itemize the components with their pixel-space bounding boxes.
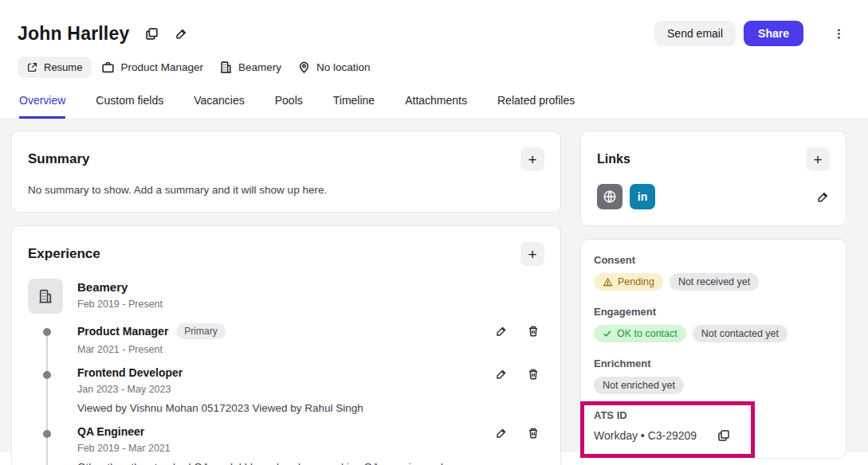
- add-link-button[interactable]: +: [806, 147, 830, 171]
- copy-ats-id-button[interactable]: [717, 429, 730, 442]
- timeline-dot: [43, 430, 51, 438]
- tab-attachments[interactable]: Attachments: [405, 94, 467, 119]
- check-icon: [603, 329, 612, 338]
- timeline-dot: [43, 371, 51, 379]
- tab-pools[interactable]: Pools: [275, 94, 303, 119]
- linkedin-icon: in: [638, 190, 647, 203]
- website-link-button[interactable]: [597, 184, 623, 209]
- warning-icon: [603, 277, 613, 287]
- summary-empty-text: No summary to show. Add a summary and it…: [28, 184, 544, 196]
- trash-icon: [527, 368, 540, 381]
- company-avatar: [28, 279, 63, 314]
- location-pin-icon: [297, 61, 311, 74]
- engagement-ok-label: OK to contact: [617, 328, 678, 339]
- consent-pending-badge: Pending: [594, 273, 663, 291]
- role-title: QA Engineer: [77, 425, 144, 438]
- consent-section: Consent Pending Not received yet: [594, 254, 833, 291]
- experience-title: Experience: [28, 246, 100, 262]
- delete-role-button[interactable]: [527, 325, 540, 338]
- tab-overview[interactable]: Overview: [19, 94, 65, 119]
- experience-roles: Product Manager Primary Mar 2021 - Prese…: [28, 323, 544, 465]
- pencil-icon: [495, 325, 508, 338]
- enrichment-label: Enrichment: [594, 358, 833, 369]
- trash-icon: [527, 427, 540, 440]
- edit-role-button[interactable]: [495, 427, 508, 440]
- experience-role: Frontend Developer Jan 2023 - May 2023 V…: [28, 366, 544, 414]
- status-card: Consent Pending Not received yet Engagem…: [580, 239, 846, 459]
- building-icon: [37, 288, 53, 304]
- role-dates: Jan 2023 - May 2023: [77, 384, 363, 395]
- ats-id-section: ATS ID Workday • C3-29209: [594, 409, 833, 442]
- location: No location: [297, 61, 371, 74]
- external-link-icon: [27, 62, 37, 72]
- pencil-icon: [495, 368, 508, 381]
- kebab-icon: [833, 28, 845, 40]
- resume-button[interactable]: Resume: [18, 57, 92, 78]
- role-title: Frontend Developer: [77, 366, 183, 379]
- share-button[interactable]: Share: [744, 21, 803, 46]
- primary-badge: Primary: [176, 323, 225, 339]
- summary-card: Summary + No summary to show. Add a summ…: [11, 131, 561, 213]
- briefcase-icon: [101, 61, 115, 74]
- pencil-icon: [175, 27, 188, 41]
- pencil-icon: [495, 427, 508, 440]
- location-label: No location: [316, 61, 371, 73]
- consent-secondary-badge: Not received yet: [670, 273, 759, 291]
- tab-bar: Overview Custom fields Vacancies Pools T…: [18, 94, 850, 119]
- tab-custom-fields[interactable]: Custom fields: [96, 94, 163, 119]
- send-email-button[interactable]: Send email: [654, 21, 736, 46]
- summary-title: Summary: [28, 151, 89, 167]
- role-title: Product Manager: [77, 325, 168, 338]
- tab-timeline[interactable]: Timeline: [333, 94, 375, 119]
- enrichment-badge: Not enriched yet: [594, 377, 684, 394]
- copy-icon: [717, 429, 730, 442]
- company-dates: Feb 2019 - Present: [77, 299, 163, 310]
- consent-label: Consent: [594, 254, 833, 266]
- role-dates: Mar 2021 - Present: [77, 344, 226, 355]
- linkedin-link-button[interactable]: in: [630, 184, 655, 209]
- experience-role: QA Engineer Feb 2019 - Mar 2021 Other th…: [28, 425, 544, 465]
- trash-icon: [527, 325, 540, 338]
- add-experience-button[interactable]: +: [520, 242, 544, 266]
- tab-vacancies[interactable]: Vacancies: [194, 94, 245, 119]
- resume-label: Resume: [44, 61, 82, 73]
- engagement-ok-badge: OK to contact: [594, 325, 686, 342]
- current-company-label: Beamery: [238, 61, 281, 73]
- edit-name-button[interactable]: [175, 27, 188, 41]
- ats-id-value: Workday • C3-29209: [594, 429, 697, 442]
- ats-id-label: ATS ID: [594, 409, 833, 421]
- links-card: Links + in: [580, 131, 846, 226]
- pencil-icon: [816, 190, 830, 204]
- engagement-secondary-badge: Not contacted yet: [693, 325, 787, 342]
- more-actions-button[interactable]: [827, 22, 850, 45]
- delete-role-button[interactable]: [527, 368, 540, 381]
- edit-role-button[interactable]: [495, 325, 508, 338]
- globe-icon: [603, 190, 617, 204]
- experience-role: Product Manager Primary Mar 2021 - Prese…: [28, 323, 544, 355]
- building-icon: [219, 61, 233, 74]
- tab-related-profiles[interactable]: Related profiles: [497, 94, 575, 119]
- page-title: John Harlley: [18, 23, 129, 45]
- add-summary-button[interactable]: +: [520, 147, 544, 171]
- enrichment-section: Enrichment Not enriched yet: [594, 358, 833, 394]
- current-role-label: Product Manager: [120, 61, 203, 73]
- delete-role-button[interactable]: [527, 427, 540, 440]
- company-name: Beamery: [77, 279, 163, 294]
- links-title: Links: [597, 152, 630, 166]
- experience-card: Experience + Beamery Feb 2019 - Present: [11, 225, 561, 465]
- experience-company: Beamery Feb 2019 - Present: [28, 279, 544, 314]
- current-company: Beamery: [219, 61, 281, 74]
- consent-pending-label: Pending: [618, 276, 654, 287]
- timeline-dot: [43, 328, 51, 336]
- edit-role-button[interactable]: [495, 368, 508, 381]
- role-note: Other than the standard QA model I have …: [77, 461, 495, 465]
- content-area: Summary + No summary to show. Add a summ…: [0, 119, 868, 452]
- copy-name-button[interactable]: [145, 27, 159, 41]
- role-note: Viewed by Vishnu Mohan 05172023 Viewed b…: [77, 402, 363, 414]
- engagement-section: Engagement OK to contact Not contacted y…: [594, 306, 833, 342]
- copy-icon: [145, 27, 159, 41]
- role-dates: Feb 2019 - Mar 2021: [77, 443, 495, 454]
- engagement-label: Engagement: [594, 306, 833, 318]
- current-role: Product Manager: [101, 61, 203, 74]
- edit-links-button[interactable]: [816, 190, 830, 204]
